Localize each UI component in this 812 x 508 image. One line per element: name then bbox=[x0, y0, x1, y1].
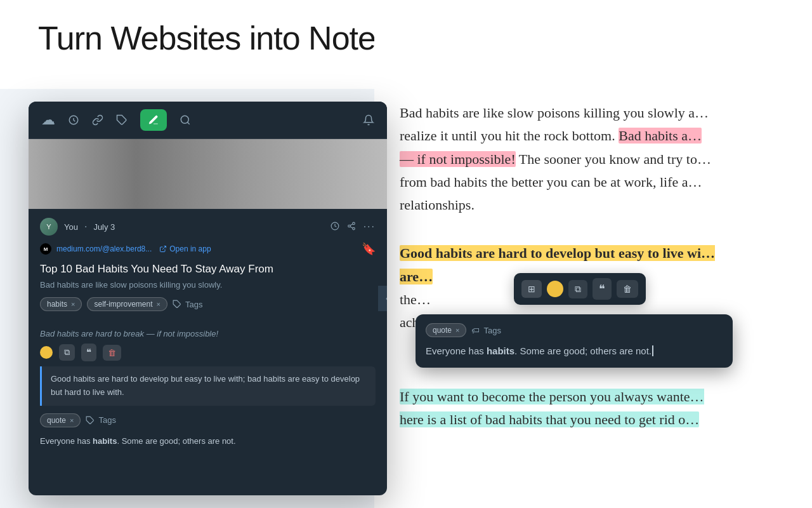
grid-button[interactable]: ⊞ bbox=[521, 280, 542, 298]
note-quote-block: Good habits are hard to develop but easy… bbox=[40, 366, 376, 406]
bookmark-icon[interactable]: 🔖 bbox=[362, 242, 376, 256]
add-tag-button[interactable]: Tags bbox=[173, 300, 202, 309]
article-meta: Y You · July 3 ··· bbox=[40, 218, 376, 236]
more-options[interactable]: ··· bbox=[363, 221, 376, 232]
teal-highlight: If you want to become the person you alw… bbox=[400, 389, 704, 427]
source-row: M medium.com/@alex.berd8... Open in app … bbox=[40, 242, 376, 256]
open-in-app[interactable]: Open in app bbox=[159, 244, 211, 253]
copy-note-button[interactable]: ⧉ bbox=[59, 344, 75, 361]
second-note: Everyone has habits. Some are good; othe… bbox=[40, 435, 376, 448]
svg-point-5 bbox=[352, 227, 355, 230]
app-toolbar: ☁ bbox=[29, 102, 387, 139]
yellow-color-button[interactable] bbox=[547, 281, 563, 297]
article-card: Y You · July 3 ··· bbox=[29, 209, 387, 329]
svg-point-3 bbox=[352, 222, 355, 225]
bell-icon[interactable] bbox=[363, 114, 374, 126]
popup-tag-remove[interactable]: × bbox=[455, 326, 459, 334]
article-tags-row: habits × self-improvement × Tags bbox=[40, 297, 376, 311]
svg-line-8 bbox=[162, 246, 166, 250]
tag-icon-popup: 🏷 bbox=[471, 326, 480, 335]
avatar: Y bbox=[40, 218, 58, 236]
article-body: Bad habits are like slow poisons killing… bbox=[400, 102, 780, 431]
habits-bold: habits bbox=[93, 436, 117, 446]
popup-note-text: Everyone has habits. Some are good; othe… bbox=[426, 344, 723, 359]
note-snippet: Bad habits are hard to break — if not im… bbox=[40, 329, 376, 338]
svg-line-6 bbox=[350, 226, 353, 227]
svg-point-4 bbox=[348, 225, 350, 227]
tags-placeholder-label: Tags bbox=[185, 300, 202, 309]
highlight-toolbar: ⊞ ⧉ ❝ 🗑 bbox=[514, 273, 646, 305]
clock-icon[interactable] bbox=[331, 222, 339, 232]
self-improvement-remove[interactable]: × bbox=[157, 300, 160, 308]
yellow-highlight-button[interactable] bbox=[40, 346, 53, 359]
delete-button[interactable]: 🗑 bbox=[617, 280, 638, 298]
cloud-icon[interactable]: ☁ bbox=[41, 112, 55, 128]
popup-quote-tag[interactable]: quote × bbox=[426, 323, 466, 337]
tag-icon[interactable] bbox=[116, 114, 128, 126]
article-content-panel: Bad habits are like slow poisons killing… bbox=[374, 0, 812, 508]
tag-habits[interactable]: habits × bbox=[40, 297, 82, 311]
article-paragraph-1: Bad habits are like slow poisons killing… bbox=[400, 102, 780, 217]
hero-image bbox=[29, 139, 387, 209]
collapse-handle[interactable]: ‹ bbox=[378, 286, 387, 311]
habits-remove[interactable]: × bbox=[71, 300, 75, 308]
left-panel: ☁ bbox=[29, 102, 387, 495]
pink-highlight-1: Bad habits a… bbox=[619, 128, 702, 144]
history-icon[interactable] bbox=[68, 114, 79, 126]
delete-note-button[interactable]: 🗑 bbox=[103, 345, 121, 361]
notes-section: Bad habits are hard to break — if not im… bbox=[29, 329, 387, 448]
link-icon[interactable] bbox=[92, 114, 103, 126]
popup-tags-row: quote × 🏷 Tags bbox=[426, 323, 723, 337]
meta-icons: ··· bbox=[331, 221, 376, 232]
article-paragraph-3: If you want to become the person you alw… bbox=[400, 385, 780, 432]
article-title: Top 10 Bad Habits You Need To Stay Away … bbox=[40, 262, 376, 276]
svg-line-7 bbox=[350, 224, 353, 225]
highlight-icon[interactable] bbox=[140, 109, 167, 131]
svg-point-1 bbox=[181, 116, 188, 123]
note-tag-remove[interactable]: × bbox=[70, 417, 74, 424]
date-label: July 3 bbox=[93, 222, 115, 232]
quote-note-button[interactable]: ❝ bbox=[81, 344, 96, 361]
popup-tags-placeholder[interactable]: 🏷 Tags bbox=[471, 326, 501, 335]
source-link[interactable]: medium.com/@alex.berd8... bbox=[56, 244, 152, 253]
note-tags-row: quote × Tags bbox=[40, 413, 376, 427]
search-icon[interactable] bbox=[180, 114, 191, 126]
article-description: Bad habits are like slow poisons killing… bbox=[40, 280, 376, 290]
quote-button[interactable]: ❝ bbox=[593, 278, 612, 300]
note-quote-tag[interactable]: quote × bbox=[40, 413, 81, 427]
note-add-tag[interactable]: Tags bbox=[86, 415, 115, 425]
note-toolbar: ⧉ ❝ 🗑 bbox=[40, 344, 376, 361]
share-icon[interactable] bbox=[347, 222, 356, 232]
copy-button[interactable]: ⧉ bbox=[568, 280, 587, 298]
tag-self-improvement[interactable]: self-improvement × bbox=[87, 297, 167, 311]
pink-highlight-2: — if not impossible! bbox=[400, 151, 516, 167]
note-quote-text: Good habits are hard to develop but easy… bbox=[51, 373, 367, 399]
popup-bold-habits: habits bbox=[487, 345, 514, 356]
medium-icon: M bbox=[40, 243, 51, 255]
note-tags-label: Tags bbox=[98, 415, 115, 425]
note-popup: quote × 🏷 Tags Everyone has habits. Some… bbox=[416, 314, 733, 368]
author-label: You bbox=[64, 222, 78, 232]
